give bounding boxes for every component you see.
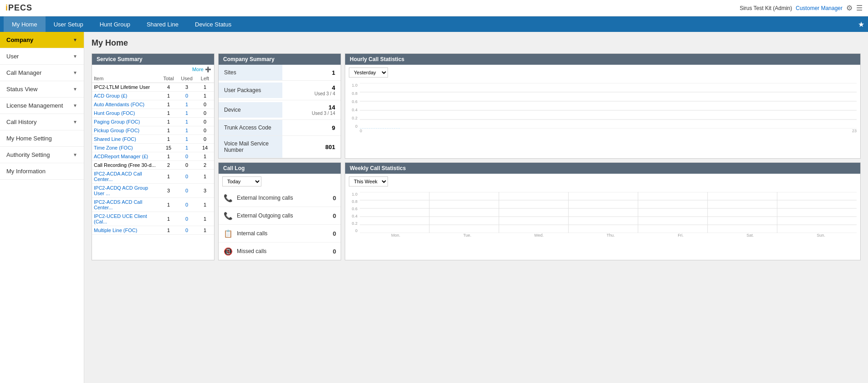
weekly-stats-header: Weekly Call Statistics — [345, 163, 860, 174]
item-name[interactable]: Hunt Group (FOC) — [92, 109, 159, 118]
sidebar-item-status-view[interactable]: Status View ▼ — [0, 81, 84, 98]
col-used: Used — [178, 74, 196, 83]
item-name[interactable]: Pickup Group (FOC) — [92, 126, 159, 135]
table-row: Multiple Line (FOC) 1 0 1 — [92, 226, 214, 235]
weekly-chart-area: 1.00.80.60.40.20 — [345, 189, 860, 240]
item-name[interactable]: Multiple Line (FOC) — [92, 226, 159, 235]
item-used[interactable]: 1 — [178, 135, 196, 144]
item-name[interactable]: ACD Group (£) — [92, 92, 159, 100]
item-name[interactable]: Auto Attendants (FOC) — [92, 100, 159, 109]
item-used[interactable]: 0 — [178, 226, 196, 235]
star-icon[interactable]: ★ — [858, 20, 864, 29]
chevron-down-icon: ▼ — [73, 70, 77, 75]
cs-label: User Packages — [219, 83, 282, 98]
table-row: ACDReport Manager (£) 1 0 1 — [92, 152, 214, 161]
top-bar: iPECS Sirus Test Kit (Admin) Customer Ma… — [0, 0, 868, 16]
call-log-panel: Call Log Today Yesterday This Week 📞 Ext… — [218, 162, 341, 260]
item-left: 1 — [196, 83, 214, 92]
more-link[interactable]: More ➕ — [92, 65, 214, 74]
nav-hunt-group[interactable]: Hunt Group — [92, 16, 138, 32]
item-total: 4 — [159, 83, 178, 92]
item-name[interactable]: IPC2-ACDA ACD Call Center... — [92, 170, 159, 184]
item-total: 1 — [159, 126, 178, 135]
item-name[interactable]: Shared Line (FOC) — [92, 135, 159, 144]
item-used[interactable]: 0 — [178, 92, 196, 100]
call-count: 0 — [333, 212, 336, 219]
sidebar-label-my-home-setting: My Home Setting — [6, 135, 52, 142]
sidebar-item-call-history[interactable]: Call History ▼ — [0, 114, 84, 130]
item-name[interactable]: Time Zone (FOC) — [92, 144, 159, 152]
item-name[interactable]: IPC2-ACDS ACD Call Center... — [92, 198, 159, 212]
item-used[interactable]: 0 — [178, 170, 196, 184]
call-label: External Incoming calls — [237, 195, 329, 201]
item-name[interactable]: Paging Group (FOC) — [92, 118, 159, 126]
call-label: Missed calls — [237, 248, 329, 254]
item-used[interactable]: 0 — [178, 184, 196, 198]
missed-icon: 📵 — [223, 246, 233, 256]
logo: iPECS — [5, 3, 32, 13]
sidebar-item-company[interactable]: Company ▼ — [0, 32, 84, 48]
call-log-filter-select[interactable]: Today Yesterday This Week — [222, 176, 261, 186]
customer-manager-link[interactable]: Customer Manager — [796, 5, 842, 11]
help-icon[interactable]: ☰ — [856, 4, 863, 12]
item-left: 0 — [196, 126, 214, 135]
item-used[interactable]: 1 — [178, 109, 196, 118]
item-total: 1 — [159, 212, 178, 226]
hourly-chart-area: 1.00.80.60.40.20 — [345, 80, 860, 136]
hourly-stats-controls: Yesterday Today This Week — [345, 65, 860, 80]
item-total: 1 — [159, 109, 178, 118]
nav-user-setup[interactable]: User Setup — [46, 16, 92, 32]
sidebar-item-user[interactable]: User ▼ — [0, 48, 84, 65]
item-used[interactable]: 1 — [178, 118, 196, 126]
sidebar-label-call-history: Call History — [6, 119, 36, 125]
item-used[interactable]: 1 — [178, 126, 196, 135]
sidebar-label-license-management: License Management — [6, 102, 63, 109]
call-label: Internal calls — [237, 230, 329, 237]
sidebar-item-license-management[interactable]: License Management ▼ — [0, 98, 84, 114]
sidebar: Company ▼ User ▼ Call Manager ▼ Status V… — [0, 32, 84, 383]
item-name[interactable]: ACDReport Manager (£) — [92, 152, 159, 161]
item-used[interactable]: 1 — [178, 144, 196, 152]
service-summary-header: Service Summary — [92, 54, 214, 65]
hourly-filter-select[interactable]: Yesterday Today This Week — [349, 67, 388, 78]
table-row: Shared Line (FOC) 1 1 0 — [92, 135, 214, 144]
item-left: 1 — [196, 170, 214, 184]
item-left: 1 — [196, 152, 214, 161]
dashboard-grid: Service Summary More ➕ Item Total Used L… — [92, 53, 861, 260]
call-count: 0 — [333, 230, 336, 237]
sidebar-item-authority-setting[interactable]: Authority Setting ▼ — [0, 147, 84, 163]
cs-label: Sites — [219, 65, 282, 80]
item-left: 1 — [196, 226, 214, 235]
item-used[interactable]: 0 — [178, 212, 196, 226]
weekly-filter-select[interactable]: This Week Last Week — [349, 176, 388, 186]
top-bar-right: Sirus Test Kit (Admin) Customer Manager … — [740, 4, 863, 12]
company-summary-row: Voice Mail Service Number 801 — [219, 136, 341, 158]
nav-shared-line[interactable]: Shared Line — [138, 16, 187, 32]
weekly-stats-panel: Weekly Call Statistics This Week Last We… — [345, 162, 861, 260]
nav-my-home[interactable]: My Home — [4, 16, 46, 32]
table-row: Hunt Group (FOC) 1 1 0 — [92, 109, 214, 118]
item-used: 3 — [178, 83, 196, 92]
item-name: Call Recording (Free 30-d... — [92, 161, 159, 170]
settings-icon[interactable]: ⚙ — [846, 4, 853, 12]
item-used[interactable]: 0 — [178, 152, 196, 161]
sidebar-item-my-home-setting[interactable]: My Home Setting — [0, 130, 84, 147]
call-log-controls: Today Yesterday This Week — [219, 174, 341, 189]
item-name[interactable]: IPC2-UCED UCE Client (Cal... — [92, 212, 159, 226]
item-left: 1 — [196, 92, 214, 100]
item-total: 1 — [159, 170, 178, 184]
item-used[interactable]: 0 — [178, 198, 196, 212]
item-used[interactable]: 1 — [178, 100, 196, 109]
sidebar-item-call-manager[interactable]: Call Manager ▼ — [0, 65, 84, 81]
table-row: IPC2-LTLM Lifetime User 4 3 1 — [92, 83, 214, 92]
sidebar-label-call-manager: Call Manager — [6, 69, 41, 76]
nav-bar: My Home User Setup Hunt Group Shared Lin… — [0, 16, 868, 32]
sidebar-label-my-information: My Information — [6, 168, 46, 175]
sidebar-item-my-information[interactable]: My Information — [0, 163, 84, 180]
table-row: IPC2-ACDQ ACD Group User ... 3 0 3 — [92, 184, 214, 198]
item-name[interactable]: IPC2-ACDQ ACD Group User ... — [92, 184, 159, 198]
table-row: IPC2-ACDA ACD Call Center... 1 0 1 — [92, 170, 214, 184]
sidebar-label-authority-setting: Authority Setting — [6, 151, 50, 158]
cs-value: 1 — [282, 66, 341, 80]
nav-device-status[interactable]: Device Status — [187, 16, 240, 32]
